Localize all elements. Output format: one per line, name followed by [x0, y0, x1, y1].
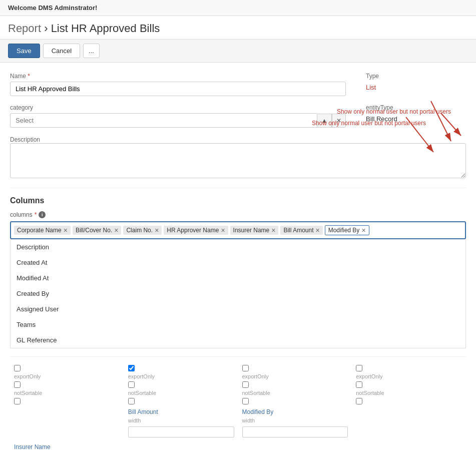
column-item-empty [352, 439, 466, 450]
cancel-button[interactable]: Cancel [43, 44, 80, 58]
description-wrapper: Show only normal user but not portal use… [10, 143, 466, 180]
category-input[interactable] [10, 113, 317, 128]
columns-section: Columns columns * i Corporate Name × Bil… [10, 188, 466, 450]
col3-width-input[interactable] [242, 426, 348, 437]
tag-modified-by-remove[interactable]: × [361, 227, 365, 234]
columns-grid: exportOnly notSortable exportOnly notS [10, 356, 466, 439]
name-input[interactable] [10, 82, 346, 96]
description-textarea[interactable] [10, 143, 466, 178]
col2-field-label: Bill Amount [128, 408, 234, 415]
category-clear-button[interactable]: ✕ [332, 114, 346, 128]
col1-sort-label: notSortable [14, 390, 120, 396]
columns-title: Columns [10, 196, 466, 205]
column-item-1: exportOnly notSortable [10, 363, 124, 439]
breadcrumb-separator: › [44, 22, 48, 35]
more-button[interactable]: ... [83, 44, 100, 58]
col2-sort-row [128, 381, 234, 388]
column-item-bill-amt [124, 439, 238, 450]
col2-export-row [128, 365, 234, 371]
col3-sort-checkbox[interactable] [242, 381, 249, 388]
columns-required: * [35, 211, 37, 218]
category-input-row: ▲ ✕ [10, 113, 346, 128]
name-label: Name * [10, 73, 346, 80]
tag-hr-approver-name-remove[interactable]: × [221, 227, 225, 234]
breadcrumb-current: List HR Approved Bills [51, 22, 160, 35]
main-content: Name * Type List category ▲ ✕ entityType… [0, 63, 476, 450]
name-type-row: Name * Type List [10, 73, 466, 96]
col2-width-label: width [128, 417, 234, 423]
col3-export-checkbox[interactable] [242, 365, 249, 371]
name-required: * [28, 73, 30, 80]
col2-export-label: exportOnly [128, 373, 234, 379]
tag-bill-cover-no: Bill/Cover No. × [73, 226, 122, 235]
dropdown-item-description[interactable]: Description [11, 239, 465, 255]
entitytype-value: Bill Record [366, 113, 466, 123]
tag-corporate-name-remove[interactable]: × [64, 227, 68, 234]
tag-claim-no: Claim No. × [123, 226, 162, 235]
page-title: Report › List HR Approved Bills [8, 22, 468, 35]
entitytype-label: entityType [366, 104, 466, 111]
col3-export-row [242, 365, 348, 371]
col1-export-checkbox[interactable] [14, 365, 21, 371]
col4-extra-checkbox[interactable] [356, 398, 362, 404]
tag-bill-cover-no-remove[interactable]: × [114, 227, 118, 234]
col3-width-label: width [242, 417, 348, 423]
breadcrumb-parent[interactable]: Report [8, 22, 41, 35]
dropdown-list: Description Created At Modified At Creat… [10, 239, 466, 348]
description-section: Description Show only normal user but no… [10, 136, 466, 180]
col2-sort-checkbox[interactable] [128, 381, 135, 388]
insurer-field-label: Insurer Name [14, 443, 120, 450]
col4-extra-row [356, 398, 462, 404]
dropdown-item-created-at[interactable]: Created At [11, 255, 465, 270]
col1-extra-row [14, 398, 120, 404]
col4-export-label: exportOnly [356, 373, 462, 379]
category-label: category [10, 104, 346, 111]
tag-insurer-name-remove[interactable]: × [271, 227, 275, 234]
tag-claim-no-remove[interactable]: × [155, 227, 159, 234]
col1-export-label: exportOnly [14, 373, 120, 379]
dropdown-item-gl-reference[interactable]: GL Reference [11, 332, 465, 348]
type-value: List [366, 82, 466, 91]
tag-corporate-name: Corporate Name × [14, 226, 71, 235]
dropdown-item-assigned-user[interactable]: Assigned User [11, 301, 465, 317]
tag-insurer-name: Insurer Name × [230, 226, 279, 235]
col4-sort-row [356, 381, 462, 388]
name-group: Name * [10, 73, 346, 96]
col4-export-checkbox[interactable] [356, 365, 362, 371]
welcome-text: Welcome DMS Adminstrator! [8, 4, 97, 12]
dropdown-item-modified-at[interactable]: Modified At [11, 270, 465, 286]
tags-input-container[interactable]: Corporate Name × Bill/Cover No. × Claim … [10, 221, 466, 239]
tag-bill-amount-remove[interactable]: × [315, 227, 319, 234]
col4-sort-checkbox[interactable] [356, 381, 362, 388]
category-entitytype-row: category ▲ ✕ entityType Bill Record [10, 104, 466, 128]
column-item-mod-by [238, 439, 352, 450]
col4-export-row [356, 365, 462, 371]
col1-sort-checkbox[interactable] [14, 381, 21, 388]
column-item-2: exportOnly notSortable Bill Amount width [124, 363, 238, 439]
col1-extra-checkbox[interactable] [14, 398, 21, 404]
tag-hr-approver-name: HR Approver Name × [164, 226, 228, 235]
col3-field-label: Modified By [242, 408, 348, 415]
col2-extra-checkbox[interactable] [128, 398, 135, 404]
col2-export-checkbox[interactable] [128, 365, 135, 371]
save-button[interactable]: Save [8, 44, 40, 58]
dropdown-item-teams[interactable]: Teams [11, 317, 465, 332]
col1-sort-row [14, 381, 120, 388]
col3-sort-label: notSortable [242, 390, 348, 396]
category-up-button[interactable]: ▲ [317, 114, 332, 128]
type-label: Type [366, 73, 466, 80]
col1-export-row [14, 365, 120, 371]
tag-bill-amount: Bill Amount × [280, 226, 322, 235]
col3-extra-checkbox[interactable] [242, 398, 249, 404]
tag-modified-by: Modified By × [325, 225, 369, 235]
description-label: Description [10, 136, 40, 143]
top-bar: Welcome DMS Adminstrator! [0, 0, 476, 16]
type-group: Type List [366, 73, 466, 96]
col3-sort-row [242, 381, 348, 388]
info-icon: i [39, 211, 46, 218]
tags-search-input[interactable] [371, 227, 462, 234]
col2-width-input[interactable] [128, 426, 234, 437]
entitytype-group: entityType Bill Record [366, 104, 466, 128]
column-item-3: exportOnly notSortable Modified By width [238, 363, 352, 439]
dropdown-item-created-by[interactable]: Created By [11, 286, 465, 301]
